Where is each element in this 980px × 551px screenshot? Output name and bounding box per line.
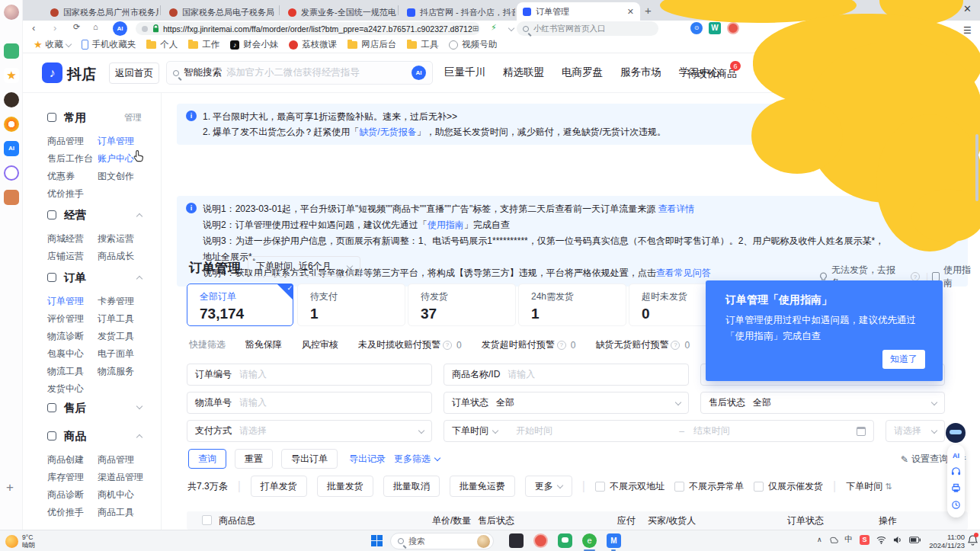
start-button[interactable] xyxy=(371,535,383,546)
help-icon[interactable]: ? xyxy=(671,341,680,350)
sidebar-item[interactable]: 库存管理 xyxy=(47,469,98,486)
quick-search-box[interactable]: 小红书官网首页入口 xyxy=(517,21,658,36)
expand-icon[interactable] xyxy=(136,402,143,408)
export-orders-button[interactable]: 导出订单 xyxy=(281,449,338,469)
window-close-icon[interactable]: ✕ xyxy=(963,3,972,14)
tracking-no-input[interactable]: 物流单号请输入 xyxy=(187,392,432,414)
batch-cancel-button[interactable]: 批量取消 xyxy=(383,476,440,497)
usage-guide-top-link[interactable]: 使用指南 xyxy=(943,264,980,290)
toolbar-lollipop-icon[interactable] xyxy=(727,22,739,34)
sidebar-item[interactable]: 物流服务 xyxy=(98,363,162,380)
sidebar-item[interactable]: 售后工作台 xyxy=(47,150,98,168)
ime-language[interactable]: 中 xyxy=(845,534,853,545)
nav-jingxuanlianmeng[interactable]: 精选联盟 xyxy=(503,66,544,79)
view-details-link[interactable]: 查看详情 xyxy=(658,203,694,214)
nav-fuwushichang[interactable]: 服务市场 xyxy=(620,66,661,79)
refresh-icon[interactable]: ⟳ xyxy=(73,22,80,32)
date-range-picker[interactable]: 下单时间 开始时间 – 结束时间 xyxy=(444,420,874,442)
bookmark-favorites[interactable]: ★ 收藏 xyxy=(34,39,71,50)
extensions-grid-icon[interactable]: ⊞ xyxy=(472,24,479,33)
extra-select[interactable]: 请选择 xyxy=(886,420,945,442)
notification-bell[interactable] xyxy=(968,535,978,549)
filter-chip[interactable]: 未及时揽收赔付预警?0 xyxy=(358,338,462,351)
sogou-icon[interactable]: S xyxy=(860,535,870,545)
sidebar-item[interactable]: 商品工具 xyxy=(98,504,162,521)
browser-tab[interactable]: 国家税务总局广州市税务局 xyxy=(44,5,159,21)
app-icon-ai[interactable]: AI xyxy=(4,141,19,156)
browser-tab-active[interactable]: 订单管理 ✕ xyxy=(517,2,640,21)
faq-link[interactable]: 查看常见问答 xyxy=(656,267,711,278)
toolbar-w-icon[interactable]: W xyxy=(709,22,721,34)
sidebar-item[interactable]: 优价推手 xyxy=(47,185,98,203)
wifi-icon[interactable] xyxy=(876,536,886,544)
onedrive-icon[interactable] xyxy=(829,535,838,544)
filter-chip[interactable]: 发货超时赔付预警?0 xyxy=(482,338,576,351)
bookmark-item[interactable]: 个人 xyxy=(146,39,178,50)
assistant-robot-icon[interactable] xyxy=(946,423,966,443)
new-tab-button[interactable]: + xyxy=(645,4,652,17)
export-log-link[interactable]: 导出记录 xyxy=(349,453,386,466)
sidebar-item[interactable]: 商机中心 xyxy=(98,486,162,504)
taskbar-app-browser[interactable]: e xyxy=(582,533,597,548)
site-info-icon[interactable] xyxy=(142,26,148,32)
taskbar-app-m[interactable]: M xyxy=(607,533,621,548)
query-button[interactable]: 查询 xyxy=(188,449,226,469)
filter-chip[interactable]: 豁免保障 xyxy=(245,338,282,351)
volume-icon[interactable] xyxy=(893,536,902,544)
taskbar-app-dark[interactable] xyxy=(509,533,524,548)
strip-add-button[interactable]: + xyxy=(6,480,14,495)
browser-menu-icon[interactable]: ☰ xyxy=(963,25,972,36)
bookmark-item[interactable]: 网店后台 xyxy=(347,39,396,50)
tray-expand-icon[interactable]: ∧ xyxy=(817,536,822,543)
checkbox-icon[interactable] xyxy=(674,482,684,492)
report-shortage-link[interactable]: 缺货/无货报备 xyxy=(359,127,416,137)
battery-icon[interactable] xyxy=(909,537,921,543)
taskbar-app-lollipop[interactable] xyxy=(533,533,548,548)
checkbox-icon[interactable] xyxy=(595,482,605,492)
doudian-logo-icon[interactable]: ♪ xyxy=(42,62,62,83)
collapse-icon[interactable] xyxy=(136,434,143,440)
checkbox-hide-abnormal[interactable]: 不展示异常单 xyxy=(674,480,744,493)
app-icon-dark[interactable] xyxy=(4,92,19,107)
history-tool-button[interactable] xyxy=(951,500,961,510)
sidebar-item-active[interactable]: 订单管理 xyxy=(47,293,98,310)
stat-card-all-orders[interactable]: 全部订单 73,174 ✓ xyxy=(187,284,293,326)
stat-card-unpaid[interactable]: 待支付1 xyxy=(297,284,405,326)
home-icon[interactable]: ⌂ xyxy=(93,22,98,31)
order-status-select[interactable]: 订单状态全部 xyxy=(444,392,689,414)
toolbar-face-icon[interactable]: ⊙ xyxy=(690,22,703,34)
sidebar-item[interactable]: 物流诊断 xyxy=(47,328,98,345)
sidebar-item[interactable]: 优惠券 xyxy=(47,168,98,185)
select-all-checkbox[interactable] xyxy=(202,515,212,525)
bookmark-item[interactable]: 荔枝微课 xyxy=(289,39,337,50)
app-icon-purple[interactable] xyxy=(4,165,19,181)
sidebar-item[interactable]: 商品管理 xyxy=(98,451,162,469)
forward-icon[interactable]: › xyxy=(53,22,56,34)
back-icon[interactable]: ‹ xyxy=(32,22,35,34)
sidebar-item[interactable]: 店铺运营 xyxy=(47,248,98,265)
sidebar-item[interactable]: 优价推手 xyxy=(47,504,98,521)
sidebar-item[interactable]: 商品创建 xyxy=(47,451,98,469)
sidebar-item[interactable]: 物流工具 xyxy=(47,363,98,380)
help-icon[interactable]: ? xyxy=(557,341,566,350)
headset-tool-button[interactable] xyxy=(951,466,961,476)
sidebar-item[interactable]: 发货中心 xyxy=(47,380,98,398)
checkbox-only-urged[interactable]: 仅展示催发货 xyxy=(754,480,823,493)
bookmark-item[interactable]: 工作 xyxy=(188,39,219,50)
bookmark-item[interactable]: 工具 xyxy=(407,39,438,50)
nav-juliangqianchuan[interactable]: 巨量千川 xyxy=(444,66,485,79)
print-ship-button[interactable]: 打单发货 xyxy=(251,476,307,497)
checkbox-hide-double-address[interactable]: 不展示双地址 xyxy=(595,480,665,493)
sidebar-item[interactable]: 卡券管理 xyxy=(98,293,162,310)
bookmark-item[interactable]: 视频号助 xyxy=(449,39,497,50)
ai-tool-button[interactable]: AI xyxy=(953,452,959,460)
sidebar-item[interactable]: 商城经营 xyxy=(47,230,98,248)
batch-ship-button[interactable]: 批量发货 xyxy=(317,476,373,497)
ai-extension-icon[interactable]: AI xyxy=(113,21,127,36)
sidebar-item[interactable]: 电子面单 xyxy=(98,345,162,363)
plugin-lightning-icon[interactable]: ⚡ xyxy=(491,23,497,33)
filter-chip[interactable]: 缺货无货赔付预警?0 xyxy=(595,338,690,351)
section-manage-link[interactable]: 管理 xyxy=(124,112,142,123)
url-dropdown-icon[interactable] xyxy=(508,25,514,31)
more-button[interactable]: 更多 xyxy=(525,476,572,497)
